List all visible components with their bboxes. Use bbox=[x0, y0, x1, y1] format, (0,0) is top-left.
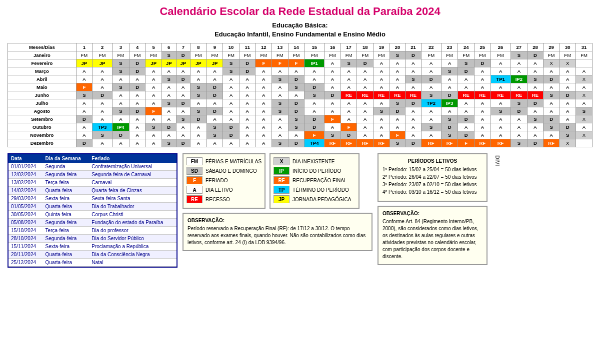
cal-cell: RE bbox=[510, 91, 528, 99]
cal-cell: A bbox=[176, 83, 190, 91]
cal-cell: A bbox=[129, 75, 146, 83]
col-header-day-25: 25 bbox=[474, 43, 491, 51]
cal-cell: X bbox=[576, 75, 592, 83]
month-label-maio: Maio bbox=[8, 83, 76, 91]
cal-cell: A bbox=[272, 67, 288, 75]
cal-cell: A bbox=[543, 83, 560, 91]
cal-cell: A bbox=[543, 131, 560, 139]
cal-cell: A bbox=[543, 67, 560, 75]
legend-right-box: XDIA INEXISTENTEIPINÍCIO DO PERÍODORFREC… bbox=[270, 153, 360, 209]
cal-cell: FM bbox=[324, 51, 341, 59]
cal-cell: D bbox=[510, 107, 528, 115]
cal-cell: A bbox=[528, 123, 544, 131]
cal-cell: RF bbox=[340, 139, 357, 147]
cal-cell: RF bbox=[357, 139, 374, 147]
legend-text: FÉRIAS E MATRÍCULAS bbox=[206, 159, 262, 164]
legend-item: XDIA INEXISTENTE bbox=[274, 157, 356, 165]
cal-cell: S bbox=[510, 99, 528, 107]
cal-cell: S bbox=[92, 131, 112, 139]
cal-cell: X bbox=[576, 131, 592, 139]
cal-cell: A bbox=[340, 75, 357, 83]
cal-cell: RF bbox=[490, 139, 510, 147]
cal-cell: A bbox=[324, 99, 341, 107]
legend-code: FM bbox=[186, 157, 202, 165]
cal-cell: A bbox=[239, 123, 256, 131]
cal-cell: D bbox=[324, 91, 341, 99]
cal-cell: A bbox=[162, 91, 176, 99]
cal-cell: A bbox=[510, 83, 528, 91]
cal-cell: D bbox=[206, 91, 223, 99]
cal-cell: A bbox=[474, 131, 491, 139]
cal-cell: A bbox=[560, 67, 576, 75]
cal-cell: A bbox=[76, 107, 92, 115]
cal-cell: A bbox=[92, 99, 112, 107]
cal-cell: A bbox=[129, 131, 146, 139]
cal-cell: A bbox=[390, 59, 406, 67]
month-label-janeiro: Janeiro bbox=[8, 51, 76, 59]
cal-cell: A bbox=[239, 107, 256, 115]
cal-cell: D bbox=[304, 115, 324, 123]
col-header-day-17: 17 bbox=[340, 43, 357, 51]
cal-cell: D bbox=[304, 123, 324, 131]
cal-cell: S bbox=[288, 115, 304, 123]
cal-cell: A bbox=[190, 67, 207, 75]
cal-cell: FM bbox=[146, 51, 162, 59]
legend-item: TPTÉRMINO DO PERÍODO bbox=[274, 186, 356, 194]
cal-cell: A bbox=[112, 91, 130, 99]
cal-cell: A bbox=[324, 107, 341, 115]
cal-cell: A bbox=[176, 123, 190, 131]
cal-cell: A bbox=[458, 99, 474, 107]
cal-cell: A bbox=[92, 115, 112, 123]
legend-item: RFRECUPERAÇÃO FINAL bbox=[274, 176, 356, 184]
cal-cell: D bbox=[340, 131, 357, 139]
feriados-cell: Confraternização Universal bbox=[89, 163, 176, 171]
col-header-day-13: 13 bbox=[272, 43, 288, 51]
cal-cell: A bbox=[146, 99, 162, 107]
cal-cell: A bbox=[510, 115, 528, 123]
cal-cell: D bbox=[76, 139, 92, 147]
cal-cell: TP4 bbox=[304, 139, 324, 147]
cal-cell: A bbox=[256, 107, 272, 115]
cal-cell: F bbox=[324, 115, 341, 123]
cal-cell: A bbox=[510, 59, 528, 67]
cal-cell: A bbox=[256, 123, 272, 131]
cal-cell: F bbox=[304, 131, 324, 139]
cal-cell: A bbox=[129, 91, 146, 99]
cal-cell: A bbox=[288, 131, 304, 139]
cal-cell: X bbox=[576, 115, 592, 123]
cal-cell: A bbox=[528, 83, 544, 91]
cal-cell: A bbox=[374, 115, 390, 123]
cal-cell: A bbox=[176, 131, 190, 139]
cal-cell: A bbox=[256, 99, 272, 107]
cal-cell: A bbox=[458, 123, 474, 131]
cal-cell: A bbox=[112, 139, 130, 147]
feriados-cell: 15/11/2024 bbox=[8, 243, 43, 251]
legend-code: A bbox=[186, 186, 202, 194]
cal-cell: A bbox=[474, 67, 491, 75]
cal-cell: A bbox=[272, 131, 288, 139]
cal-cell: A bbox=[374, 67, 390, 75]
cal-cell: D bbox=[543, 115, 560, 123]
cal-cell: D bbox=[357, 59, 374, 67]
cal-cell: A bbox=[92, 139, 112, 147]
cal-cell: A bbox=[324, 75, 341, 83]
cal-cell: A bbox=[146, 67, 162, 75]
cal-cell: A bbox=[129, 99, 146, 107]
cal-cell: A bbox=[304, 67, 324, 75]
cal-cell: D bbox=[288, 75, 304, 83]
cal-cell: A bbox=[474, 99, 491, 107]
cal-cell: A bbox=[406, 83, 422, 91]
cal-cell: A bbox=[223, 107, 240, 115]
cal-cell: FM bbox=[490, 51, 510, 59]
cal-cell: FM bbox=[576, 51, 592, 59]
cal-cell: A bbox=[76, 75, 92, 83]
cal-cell: A bbox=[357, 107, 374, 115]
col-header-day-27: 27 bbox=[510, 43, 528, 51]
cal-cell: FM bbox=[421, 51, 441, 59]
cal-cell: A bbox=[162, 67, 176, 75]
month-label-fevereiro: Fevereiro bbox=[8, 59, 76, 67]
feriados-col-header: Data bbox=[8, 154, 43, 163]
cal-cell: A bbox=[458, 83, 474, 91]
col-header-day-7: 7 bbox=[176, 43, 190, 51]
month-label-abril: Abril bbox=[8, 75, 76, 83]
